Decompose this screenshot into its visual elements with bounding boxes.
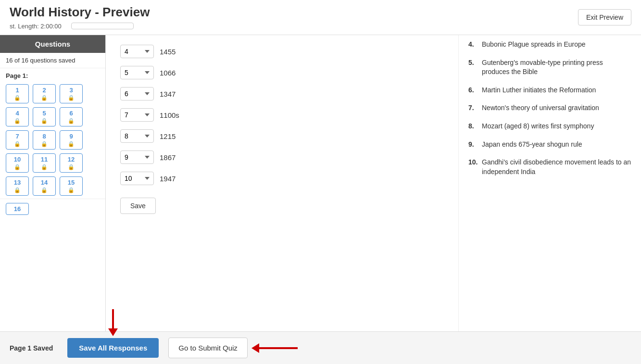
timer-box bbox=[71, 23, 134, 29]
save-button[interactable]: Save bbox=[120, 198, 156, 214]
event-text-4: Bubonic Plague spreads in Europe bbox=[482, 40, 586, 50]
order-value-3: 1347 bbox=[160, 90, 184, 98]
page-title: World History - Preview bbox=[10, 5, 150, 20]
header-left: World History - Preview st. Length: 2:00… bbox=[10, 5, 150, 30]
sidebar-item-q3[interactable]: 3🔒 bbox=[60, 84, 83, 103]
event-num-10: 10. bbox=[468, 158, 482, 166]
event-item-7: 7. Newton's theory of universal gravitat… bbox=[468, 103, 631, 113]
ordering-row-4: 71234568910 1100s bbox=[120, 108, 444, 122]
order-select-2[interactable]: 51234678910 bbox=[120, 66, 154, 79]
arrow-left-annotation bbox=[251, 343, 298, 353]
event-text-9: Japan ends 675-year shogun rule bbox=[482, 140, 582, 150]
event-num-9: 9. bbox=[468, 140, 482, 148]
events-column: 4. Bubonic Plague spreads in Europe 5. G… bbox=[458, 35, 641, 356]
event-item-10: 10. Gandhi's civil disobedience movement… bbox=[468, 158, 631, 176]
sidebar-item-q11[interactable]: 11🔒 bbox=[33, 153, 56, 173]
event-item-6: 6. Martin Luther initiates the Reformati… bbox=[468, 86, 631, 95]
order-select-1[interactable]: 41235678910 bbox=[120, 45, 154, 58]
ordering-row-1: 41235678910 1455 bbox=[120, 45, 444, 58]
ordering-row-2: 51234678910 1066 bbox=[120, 66, 444, 79]
order-value-4: 1100s bbox=[160, 111, 184, 119]
sidebar-item-q7[interactable]: 7🔒 bbox=[6, 130, 29, 150]
bottom-saved-label: Page 1 Saved bbox=[10, 344, 53, 352]
sidebar-item-q13[interactable]: 13🔒 bbox=[6, 176, 29, 196]
ordering-row-7: 10123456789 1947 bbox=[120, 172, 444, 185]
event-num-4: 4. bbox=[468, 40, 482, 48]
order-value-1: 1455 bbox=[160, 48, 184, 56]
event-item-4: 4. Bubonic Plague spreads in Europe bbox=[468, 40, 631, 50]
event-text-8: Mozart (aged 8) writes first symphony bbox=[482, 122, 594, 131]
ordering-area: 41235678910 1455 51234678910 1066 612345… bbox=[106, 35, 458, 356]
sidebar-item-q12[interactable]: 12🔒 bbox=[60, 153, 83, 173]
sidebar: Questions 16 of 16 questions saved Page … bbox=[0, 35, 106, 356]
submit-quiz-container: Go to Submit Quiz bbox=[168, 338, 298, 356]
event-num-6: 6. bbox=[468, 86, 482, 94]
arrow-line-horizontal bbox=[259, 347, 298, 349]
event-item-9: 9. Japan ends 675-year shogun rule bbox=[468, 140, 631, 150]
order-select-7[interactable]: 10123456789 bbox=[120, 172, 154, 185]
order-select-5[interactable]: 81234567910 bbox=[120, 129, 154, 143]
event-text-6: Martin Luther initiates the Reformation bbox=[482, 86, 596, 95]
event-num-8: 8. bbox=[468, 122, 482, 130]
exit-preview-button[interactable]: Exit Preview bbox=[578, 9, 631, 25]
ordering-row-5: 81234567910 1215 bbox=[120, 129, 444, 143]
sidebar-item-q15[interactable]: 15🔒 bbox=[60, 176, 83, 196]
sidebar-item-q2[interactable]: 2🔒 bbox=[33, 84, 56, 103]
event-text-10: Gandhi's civil disobedience movement lea… bbox=[482, 158, 631, 176]
order-value-6: 1867 bbox=[160, 153, 184, 162]
arrow-down-annotation bbox=[108, 309, 118, 336]
sidebar-item-q16[interactable]: 16 bbox=[6, 203, 29, 215]
sidebar-saved-count: 16 of 16 questions saved bbox=[0, 53, 105, 68]
arrow-line-vertical bbox=[112, 309, 114, 328]
ordering-row-3: 61234578910 1347 bbox=[120, 87, 444, 100]
order-select-6[interactable]: 91234567810 bbox=[120, 151, 154, 164]
save-all-responses-button[interactable]: Save All Responses bbox=[67, 338, 159, 356]
event-text-7: Newton's theory of universal gravitation bbox=[482, 103, 599, 113]
sidebar-page-label: Page 1: bbox=[0, 68, 105, 81]
main-layout: Questions 16 of 16 questions saved Page … bbox=[0, 35, 641, 356]
event-item-8: 8. Mozart (aged 8) writes first symphony bbox=[468, 122, 631, 131]
order-value-7: 1947 bbox=[160, 175, 184, 183]
test-length: st. Length: 2:00:00 bbox=[10, 23, 62, 30]
sidebar-item-q4[interactable]: 4🔒 bbox=[6, 107, 29, 126]
order-select-4[interactable]: 71234568910 bbox=[120, 108, 154, 122]
ordering-row-6: 91234567810 1867 bbox=[120, 151, 444, 164]
sidebar-item-q9[interactable]: 9🔒 bbox=[60, 130, 83, 150]
order-select-3[interactable]: 61234578910 bbox=[120, 87, 154, 100]
sidebar-item-q10[interactable]: 10🔒 bbox=[6, 153, 29, 173]
event-num-5: 5. bbox=[468, 58, 482, 66]
sidebar-header: Questions bbox=[0, 35, 105, 53]
event-item-5: 5. Gutenberg's movable-type printing pre… bbox=[468, 58, 631, 77]
event-text-5: Gutenberg's movable-type printing press … bbox=[482, 58, 631, 77]
content-columns: 41235678910 1455 51234678910 1066 612345… bbox=[106, 35, 641, 356]
sidebar-item-q5[interactable]: 5🔒 bbox=[33, 107, 56, 126]
sidebar-item-q1[interactable]: 1🔒 bbox=[6, 84, 29, 103]
arrow-head-down bbox=[108, 328, 118, 336]
sidebar-footer: 16 bbox=[0, 199, 105, 219]
sidebar-item-q8[interactable]: 8🔒 bbox=[33, 130, 56, 150]
sidebar-item-q14[interactable]: 14🔒 bbox=[33, 176, 56, 196]
go-to-submit-quiz-button[interactable]: Go to Submit Quiz bbox=[168, 338, 248, 356]
arrow-head-left bbox=[251, 343, 259, 353]
order-value-2: 1066 bbox=[160, 69, 184, 77]
page-header: World History - Preview st. Length: 2:00… bbox=[0, 0, 641, 35]
event-num-7: 7. bbox=[468, 103, 482, 112]
sidebar-item-q6[interactable]: 6🔒 bbox=[60, 107, 83, 126]
sidebar-question-grid: 1🔒 2🔒 3🔒 4🔒 5🔒 6🔒 7🔒 8🔒 9🔒 10🔒 11🔒 12🔒 1… bbox=[0, 81, 105, 199]
save-all-container: Save All Responses bbox=[67, 338, 159, 356]
bottom-bar: Page 1 Saved Save All Responses Go to Su… bbox=[0, 331, 641, 356]
order-value-5: 1215 bbox=[160, 132, 184, 140]
